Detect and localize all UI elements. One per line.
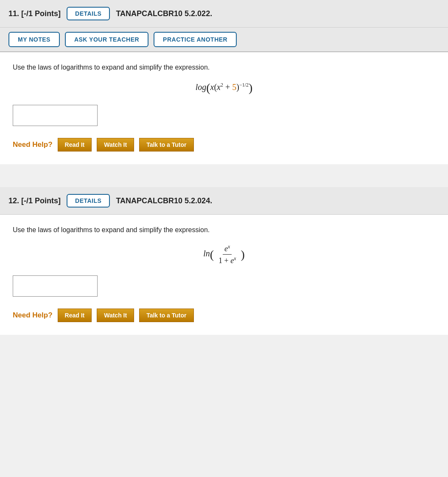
question-11-code: TANAPCALCBR10 5.2.022. bbox=[116, 9, 212, 18]
question-12-number: 12. [-/1 Points] bbox=[8, 196, 61, 205]
details-button-11[interactable]: DETAILS bbox=[67, 7, 110, 20]
practice-another-button-11[interactable]: PRACTICE ANOTHER bbox=[154, 32, 237, 47]
details-button-12[interactable]: DETAILS bbox=[67, 194, 110, 208]
question-12-code: TANAPCALCBR10 5.2.024. bbox=[116, 196, 212, 205]
talk-tutor-button-11[interactable]: Talk to a Tutor bbox=[139, 138, 193, 152]
question-11-number: 11. [-/1 Points] bbox=[8, 9, 61, 18]
my-notes-button-11[interactable]: MY NOTES bbox=[8, 32, 60, 47]
read-it-button-12[interactable]: Read It bbox=[58, 309, 92, 322]
need-help-row-11: Need Help? Read It Watch It Talk to a Tu… bbox=[13, 138, 435, 152]
section-gap bbox=[0, 174, 448, 187]
question-11-text: Use the laws of logarithms to expand and… bbox=[13, 62, 435, 73]
question-11: 11. [-/1 Points] DETAILS TANAPCALCBR10 5… bbox=[0, 0, 448, 164]
action-bar-11: MY NOTES ASK YOUR TEACHER PRACTICE ANOTH… bbox=[0, 28, 448, 52]
question-12-header: 12. [-/1 Points] DETAILS TANAPCALCBR10 5… bbox=[0, 187, 448, 215]
need-help-row-12: Need Help? Read It Watch It Talk to a Tu… bbox=[13, 309, 435, 322]
watch-it-button-12[interactable]: Watch It bbox=[97, 309, 134, 322]
question-11-body: Use the laws of logarithms to expand and… bbox=[0, 52, 448, 164]
ask-teacher-button-11[interactable]: ASK YOUR TEACHER bbox=[65, 32, 148, 47]
question-12-body: Use the laws of logarithms to expand and… bbox=[0, 215, 448, 335]
question-11-math: log(x(x2 + 5)−1/2) bbox=[13, 81, 435, 95]
question-12-text: Use the laws of logarithms to expand and… bbox=[13, 225, 435, 235]
question-12-math: ln( ex 1 + ex ) bbox=[13, 244, 435, 265]
question-11-header: 11. [-/1 Points] DETAILS TANAPCALCBR10 5… bbox=[0, 0, 448, 28]
question-12: 12. [-/1 Points] DETAILS TANAPCALCBR10 5… bbox=[0, 187, 448, 335]
answer-input-11[interactable] bbox=[13, 105, 98, 126]
need-help-label-11: Need Help? bbox=[13, 140, 53, 149]
answer-input-12[interactable] bbox=[13, 275, 98, 297]
watch-it-button-11[interactable]: Watch It bbox=[97, 138, 134, 152]
talk-tutor-button-12[interactable]: Talk to a Tutor bbox=[139, 309, 193, 322]
need-help-label-12: Need Help? bbox=[13, 311, 53, 320]
read-it-button-11[interactable]: Read It bbox=[58, 138, 92, 152]
